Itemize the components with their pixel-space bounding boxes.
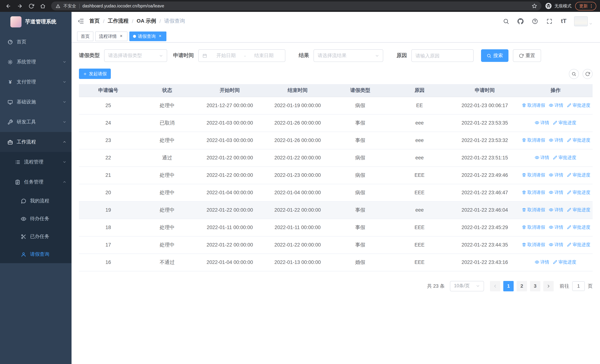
github-button[interactable] [516, 17, 525, 25]
table-row: 17处理中2022-01-22 00:00:002022-01-22 00:00… [79, 236, 593, 253]
tab[interactable]: 流程详情× [95, 31, 128, 41]
breadcrumb-item[interactable]: 工作流程 [108, 18, 129, 24]
date-range-separator: - [244, 53, 247, 58]
sidebar-item[interactable]: 系统管理 [0, 52, 72, 72]
search-toggle-button[interactable] [569, 69, 579, 79]
result-select[interactable]: 请选择流结果 [314, 49, 383, 62]
approval-progress-link[interactable]: 审批进度 [553, 259, 576, 265]
security-label[interactable]: 不安全 [63, 3, 76, 9]
address-bar[interactable]: 不安全 dashboard.yudao.iocoder.cn/bpm/oa/le… [51, 1, 542, 10]
page-button[interactable]: 2 [517, 281, 527, 291]
cancel-leave-link[interactable]: 取消请假 [522, 242, 545, 248]
forward-button[interactable] [15, 1, 24, 10]
sidebar-item[interactable]: 任务管理 [0, 172, 72, 192]
next-page-button[interactable] [543, 281, 554, 291]
search-button[interactable]: 搜索 [481, 49, 508, 62]
cancel-leave-link[interactable]: 取消请假 [522, 172, 545, 178]
breadcrumb-item[interactable]: OA 示例 [137, 18, 156, 24]
cancel-leave-link[interactable]: 取消请假 [522, 137, 545, 143]
reason-input[interactable] [411, 49, 474, 62]
sidebar-item[interactable]: 已办任务 [0, 228, 72, 245]
detail-link[interactable]: 详情 [535, 259, 549, 265]
reset-button[interactable]: 重置 [513, 49, 541, 62]
fullscreen-button[interactable] [545, 17, 553, 25]
browser-nav-buttons [4, 1, 47, 10]
apply-time-range-picker[interactable]: 开始日期 - 结束日期 [198, 49, 285, 62]
breadcrumb-item[interactable]: 首页 [89, 18, 100, 24]
sidebar-item[interactable]: 研发工具 [0, 112, 72, 132]
sidebar-item[interactable]: 我的流程 [0, 192, 72, 210]
refresh-button[interactable] [27, 1, 36, 10]
tab[interactable]: 请假查询× [129, 31, 166, 41]
page-button[interactable]: 1 [503, 281, 514, 291]
create-leave-button[interactable]: 发起请假 [79, 69, 111, 79]
edit-icon [553, 156, 557, 160]
table-row: 21处理中2022-01-22 00:00:002022-01-23 00:00… [79, 167, 593, 184]
sidebar-collapse-button[interactable] [77, 18, 84, 24]
browser-menu-dots-icon[interactable] [589, 3, 594, 8]
logo-avatar [10, 16, 21, 28]
detail-link[interactable]: 详情 [549, 102, 563, 109]
table-row: 25处理中2021-12-27 00:00:002022-01-19 00:00… [79, 97, 593, 114]
detail-link[interactable]: 详情 [549, 137, 563, 143]
header-icon-buttons: tT [502, 17, 568, 25]
page-size-select[interactable]: 10条/页 [450, 281, 484, 291]
sidebar-item[interactable]: 工作流程 [0, 132, 72, 152]
action-label: 详情 [554, 189, 563, 196]
action-label: 取消请假 [527, 189, 545, 196]
user-avatar[interactable] [574, 16, 593, 26]
leave-type-select[interactable]: 请选择请假类型 [104, 49, 167, 62]
approval-progress-link[interactable]: 审批进度 [567, 189, 590, 196]
detail-link[interactable]: 详情 [549, 224, 563, 231]
cancel-leave-link[interactable]: 取消请假 [522, 102, 545, 109]
detail-link[interactable]: 详情 [535, 155, 549, 161]
action-label: 审批进度 [572, 224, 590, 231]
close-tab-icon[interactable]: × [119, 34, 124, 39]
prev-page-button[interactable] [490, 281, 500, 291]
help-button[interactable] [531, 17, 539, 25]
sidebar-item-label: 待办任务 [30, 215, 49, 222]
approval-progress-link[interactable]: 审批进度 [567, 242, 590, 248]
close-tab-icon[interactable]: × [158, 34, 163, 39]
sidebar-item[interactable]: 请假查询 [0, 245, 72, 263]
trash-icon [522, 243, 526, 247]
table-cell-reason: eee [388, 114, 451, 131]
goto-page-input[interactable] [572, 281, 585, 291]
font-size-button[interactable]: tT [560, 17, 568, 25]
cancel-leave-link[interactable]: 取消请假 [522, 189, 545, 196]
detail-link[interactable]: 详情 [549, 242, 563, 248]
approval-progress-link[interactable]: 审批进度 [567, 102, 590, 109]
detail-link[interactable]: 详情 [535, 120, 549, 126]
refresh-icon [519, 53, 524, 58]
sidebar-item[interactable]: 待办任务 [0, 210, 72, 228]
refresh-list-button[interactable] [582, 69, 593, 79]
sidebar-item[interactable]: 首页 [0, 32, 72, 52]
approval-progress-link[interactable]: 审批进度 [567, 207, 590, 213]
sidebar-item[interactable]: 基础设施 [0, 92, 72, 112]
tab[interactable]: 首页 [77, 31, 94, 41]
sidebar-item[interactable]: ¥支付管理 [0, 72, 72, 92]
trash-icon [522, 103, 526, 108]
page-header: 首页/工作流程/OA 示例/请假查询 tT [72, 12, 600, 30]
home-button[interactable] [38, 1, 47, 10]
back-button[interactable] [4, 1, 13, 10]
detail-link[interactable]: 详情 [549, 207, 563, 213]
edit-icon [567, 208, 572, 212]
bookmark-star-icon[interactable] [532, 3, 537, 9]
cancel-leave-link[interactable]: 取消请假 [522, 224, 545, 231]
approval-progress-link[interactable]: 审批进度 [567, 137, 590, 143]
page-button[interactable]: 3 [530, 281, 540, 291]
approval-progress-link[interactable]: 审批进度 [567, 172, 590, 178]
cancel-leave-link[interactable]: 取消请假 [522, 207, 545, 213]
sidebar-item[interactable]: 流程管理 [0, 152, 72, 172]
yen-icon: ¥ [7, 79, 13, 85]
approval-progress-link[interactable]: 审批进度 [567, 224, 590, 231]
detail-link[interactable]: 详情 [549, 189, 563, 196]
gear-icon [7, 59, 13, 65]
table-cell-actions: 取消请假详情审批进度 [518, 236, 593, 253]
search-button[interactable] [502, 17, 510, 25]
update-browser-button[interactable]: 更新 [575, 2, 596, 10]
approval-progress-link[interactable]: 审批进度 [553, 155, 576, 161]
detail-link[interactable]: 详情 [549, 172, 563, 178]
approval-progress-link[interactable]: 审批进度 [553, 120, 576, 126]
